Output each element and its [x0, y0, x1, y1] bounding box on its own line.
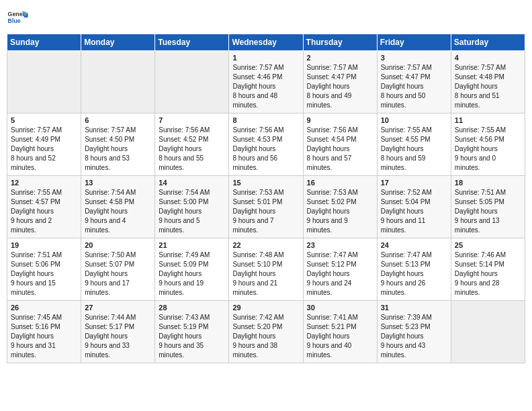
- day-info: Sunrise: 7:50 AM Sunset: 5:07 PM Dayligh…: [85, 250, 151, 298]
- day-number: 31: [381, 304, 447, 312]
- day-info: Sunrise: 7:47 AM Sunset: 5:12 PM Dayligh…: [307, 250, 373, 298]
- weekday-header: Friday: [377, 34, 451, 51]
- day-info: Sunrise: 7:57 AM Sunset: 4:49 PM Dayligh…: [11, 126, 77, 173]
- calendar-cell: 5 Sunrise: 7:57 AM Sunset: 4:49 PM Dayli…: [7, 113, 81, 176]
- day-info: Sunrise: 7:57 AM Sunset: 4:46 PM Dayligh…: [232, 63, 299, 110]
- weekday-header: Tuesday: [155, 34, 229, 51]
- day-number: 29: [232, 304, 299, 312]
- calendar-cell: 18 Sunrise: 7:51 AM Sunset: 5:05 PM Dayl…: [451, 176, 525, 238]
- day-number: 24: [381, 241, 447, 249]
- day-number: 16: [307, 179, 373, 187]
- weekday-header: Saturday: [451, 34, 525, 51]
- day-info: Sunrise: 7:51 AM Sunset: 5:06 PM Dayligh…: [11, 250, 77, 298]
- calendar-cell: 2 Sunrise: 7:57 AM Sunset: 4:47 PM Dayli…: [303, 51, 377, 113]
- calendar-week-row: 12 Sunrise: 7:55 AM Sunset: 4:57 PM Dayl…: [7, 176, 525, 238]
- day-number: 7: [159, 116, 225, 124]
- day-info: Sunrise: 7:57 AM Sunset: 4:47 PM Dayligh…: [307, 63, 373, 110]
- day-info: Sunrise: 7:55 AM Sunset: 4:55 PM Dayligh…: [381, 126, 447, 173]
- calendar-cell: 24 Sunrise: 7:47 AM Sunset: 5:13 PM Dayl…: [377, 238, 451, 301]
- day-number: 13: [85, 179, 151, 187]
- calendar-cell: 9 Sunrise: 7:56 AM Sunset: 4:54 PM Dayli…: [303, 113, 377, 176]
- day-number: 14: [159, 179, 225, 187]
- day-info: Sunrise: 7:57 AM Sunset: 4:47 PM Dayligh…: [381, 63, 447, 110]
- day-number: 9: [307, 116, 373, 124]
- weekday-header: Wednesday: [229, 34, 303, 51]
- weekday-header: Thursday: [303, 34, 377, 51]
- day-info: Sunrise: 7:41 AM Sunset: 5:21 PM Dayligh…: [307, 313, 373, 360]
- day-number: 2: [307, 54, 373, 62]
- day-info: Sunrise: 7:57 AM Sunset: 4:48 PM Dayligh…: [455, 63, 521, 110]
- day-info: Sunrise: 7:43 AM Sunset: 5:19 PM Dayligh…: [159, 313, 225, 360]
- calendar-cell: [155, 51, 229, 113]
- day-number: 6: [85, 116, 151, 124]
- calendar-cell: 15 Sunrise: 7:53 AM Sunset: 5:01 PM Dayl…: [229, 176, 303, 238]
- day-number: 25: [455, 241, 521, 249]
- day-number: 5: [11, 116, 77, 124]
- day-info: Sunrise: 7:51 AM Sunset: 5:05 PM Dayligh…: [455, 188, 521, 235]
- calendar-cell: 21 Sunrise: 7:49 AM Sunset: 5:09 PM Dayl…: [155, 238, 229, 301]
- calendar-week-row: 5 Sunrise: 7:57 AM Sunset: 4:49 PM Dayli…: [7, 113, 525, 176]
- day-number: 8: [232, 116, 299, 124]
- day-info: Sunrise: 7:39 AM Sunset: 5:23 PM Dayligh…: [381, 313, 447, 360]
- day-info: Sunrise: 7:42 AM Sunset: 5:20 PM Dayligh…: [232, 313, 299, 360]
- day-info: Sunrise: 7:57 AM Sunset: 4:50 PM Dayligh…: [85, 126, 151, 173]
- day-number: 19: [11, 241, 77, 249]
- calendar-cell: 29 Sunrise: 7:42 AM Sunset: 5:20 PM Dayl…: [229, 301, 303, 363]
- day-number: 26: [11, 304, 77, 312]
- day-number: 20: [85, 241, 151, 249]
- day-info: Sunrise: 7:54 AM Sunset: 5:00 PM Dayligh…: [159, 188, 225, 235]
- day-info: Sunrise: 7:46 AM Sunset: 5:14 PM Dayligh…: [455, 250, 521, 298]
- day-number: 12: [11, 179, 77, 187]
- day-number: 18: [455, 179, 521, 187]
- day-number: 15: [232, 179, 299, 187]
- day-info: Sunrise: 7:54 AM Sunset: 4:58 PM Dayligh…: [85, 188, 151, 235]
- calendar-cell: 11 Sunrise: 7:55 AM Sunset: 4:56 PM Dayl…: [451, 113, 525, 176]
- day-info: Sunrise: 7:55 AM Sunset: 4:56 PM Dayligh…: [455, 126, 521, 173]
- calendar-cell: [7, 51, 81, 113]
- day-number: 21: [159, 241, 225, 249]
- calendar-cell: 28 Sunrise: 7:43 AM Sunset: 5:19 PM Dayl…: [155, 301, 229, 363]
- day-info: Sunrise: 7:55 AM Sunset: 4:57 PM Dayligh…: [11, 188, 77, 235]
- calendar-cell: 4 Sunrise: 7:57 AM Sunset: 4:48 PM Dayli…: [451, 51, 525, 113]
- page-header: General Blue: [7, 7, 525, 28]
- day-info: Sunrise: 7:44 AM Sunset: 5:17 PM Dayligh…: [85, 313, 151, 360]
- calendar-cell: 7 Sunrise: 7:56 AM Sunset: 4:52 PM Dayli…: [155, 113, 229, 176]
- day-info: Sunrise: 7:49 AM Sunset: 5:09 PM Dayligh…: [159, 250, 225, 298]
- svg-text:Blue: Blue: [8, 17, 21, 24]
- day-info: Sunrise: 7:56 AM Sunset: 4:52 PM Dayligh…: [159, 126, 225, 173]
- day-number: 10: [381, 116, 447, 124]
- calendar-cell: 22 Sunrise: 7:48 AM Sunset: 5:10 PM Dayl…: [229, 238, 303, 301]
- logo: General Blue: [7, 7, 28, 28]
- calendar-cell: 13 Sunrise: 7:54 AM Sunset: 4:58 PM Dayl…: [81, 176, 155, 238]
- calendar-cell: 8 Sunrise: 7:56 AM Sunset: 4:53 PM Dayli…: [229, 113, 303, 176]
- day-info: Sunrise: 7:52 AM Sunset: 5:04 PM Dayligh…: [381, 188, 447, 235]
- calendar-cell: 14 Sunrise: 7:54 AM Sunset: 5:00 PM Dayl…: [155, 176, 229, 238]
- calendar-cell: [451, 301, 525, 363]
- weekday-header: Sunday: [7, 34, 81, 51]
- calendar-cell: 27 Sunrise: 7:44 AM Sunset: 5:17 PM Dayl…: [81, 301, 155, 363]
- logo-icon: General Blue: [7, 7, 28, 28]
- day-info: Sunrise: 7:53 AM Sunset: 5:02 PM Dayligh…: [307, 188, 373, 235]
- calendar-cell: 30 Sunrise: 7:41 AM Sunset: 5:21 PM Dayl…: [303, 301, 377, 363]
- calendar-week-row: 19 Sunrise: 7:51 AM Sunset: 5:06 PM Dayl…: [7, 238, 525, 301]
- day-number: 3: [381, 54, 447, 62]
- calendar-cell: 1 Sunrise: 7:57 AM Sunset: 4:46 PM Dayli…: [229, 51, 303, 113]
- calendar-cell: 6 Sunrise: 7:57 AM Sunset: 4:50 PM Dayli…: [81, 113, 155, 176]
- day-info: Sunrise: 7:47 AM Sunset: 5:13 PM Dayligh…: [381, 250, 447, 298]
- day-number: 11: [455, 116, 521, 124]
- weekday-header-row: SundayMondayTuesdayWednesdayThursdayFrid…: [7, 34, 525, 51]
- calendar-table: SundayMondayTuesdayWednesdayThursdayFrid…: [7, 34, 525, 363]
- calendar-cell: 20 Sunrise: 7:50 AM Sunset: 5:07 PM Dayl…: [81, 238, 155, 301]
- day-number: 23: [307, 241, 373, 249]
- day-number: 28: [159, 304, 225, 312]
- day-info: Sunrise: 7:53 AM Sunset: 5:01 PM Dayligh…: [232, 188, 299, 235]
- day-info: Sunrise: 7:45 AM Sunset: 5:16 PM Dayligh…: [11, 313, 77, 360]
- day-info: Sunrise: 7:48 AM Sunset: 5:10 PM Dayligh…: [232, 250, 299, 298]
- day-number: 30: [307, 304, 373, 312]
- calendar-cell: 31 Sunrise: 7:39 AM Sunset: 5:23 PM Dayl…: [377, 301, 451, 363]
- calendar-cell: 25 Sunrise: 7:46 AM Sunset: 5:14 PM Dayl…: [451, 238, 525, 301]
- calendar-cell: [81, 51, 155, 113]
- calendar-cell: 26 Sunrise: 7:45 AM Sunset: 5:16 PM Dayl…: [7, 301, 81, 363]
- day-number: 22: [232, 241, 299, 249]
- calendar-cell: 23 Sunrise: 7:47 AM Sunset: 5:12 PM Dayl…: [303, 238, 377, 301]
